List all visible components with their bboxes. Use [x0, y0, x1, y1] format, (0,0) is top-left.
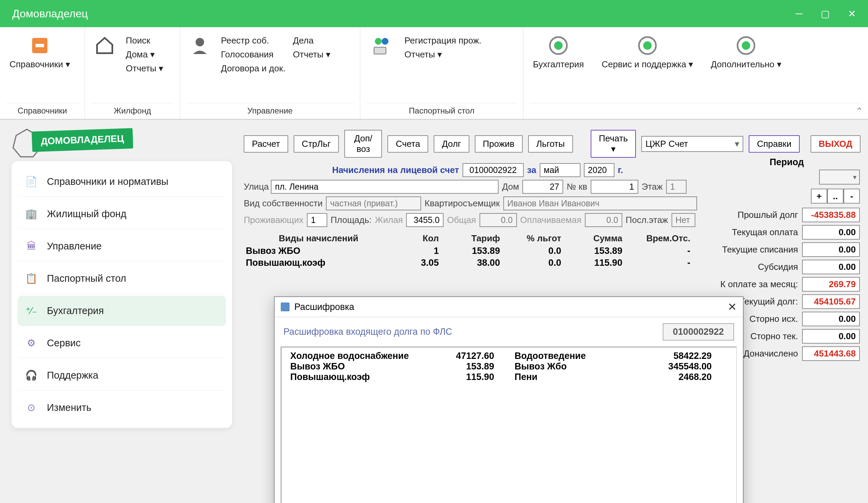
sidebar: 📄Справочники и нормативы🏢Жилищный фонд🏛У… — [12, 161, 232, 428]
close-icon[interactable]: ✕ — [848, 8, 856, 19]
summary-row: Текущие списания0.00 — [714, 242, 860, 257]
residents-field[interactable]: 1 — [307, 213, 327, 227]
toolbar-прожив-button[interactable]: Прожив — [475, 135, 523, 153]
sidebar-item-4[interactable]: ⁺⁄₋Бухгалтерия — [18, 296, 226, 326]
svg-rect-1 — [35, 44, 44, 47]
circle-icon — [736, 35, 756, 56]
ribbon: Справочники ▾ Справочники Поиск Дома ▾ О… — [0, 27, 868, 120]
modal-row: Холодное водоснабжение47127.60Водоотведе… — [290, 351, 727, 361]
ribbon-otchety-1[interactable]: Отчеты ▾ — [126, 63, 163, 74]
svg-point-9 — [643, 41, 651, 50]
sidebar-item-1[interactable]: 🏢Жилищный фонд — [18, 199, 226, 229]
app-title: Домовладелец — [12, 8, 88, 20]
book-icon — [30, 35, 50, 56]
ribbon-otchety-2[interactable]: Отчеты ▾ — [293, 49, 330, 60]
ribbon-otchety-3[interactable]: Отчеты ▾ — [404, 49, 482, 60]
last-floor-field: Нет — [672, 213, 695, 227]
ribbon-dogovora[interactable]: Договора и док. — [221, 63, 286, 74]
ribbon-reestr[interactable]: Реестр соб. — [221, 35, 286, 46]
sidebar-icon: 📄 — [25, 175, 38, 188]
house-field[interactable]: 27 — [523, 180, 563, 194]
toolbar-льготы-button[interactable]: Льготы — [528, 135, 573, 153]
period-select[interactable] — [819, 170, 860, 185]
modal-subtitle: Расшифровка входящего долга по ФЛС — [283, 327, 452, 337]
ribbon-collapse-icon[interactable]: ⌃ — [855, 106, 863, 117]
area-live-field[interactable]: 3455.0 — [406, 213, 444, 227]
modal-window: Расшифровка ✕ Расшифровка входящего долг… — [274, 296, 744, 503]
year-field[interactable]: 2020 — [584, 163, 614, 177]
toolbar: РасчетСтрЛьгДоп/возСчетаДолгПроживЛьготы… — [244, 130, 860, 158]
people-icon — [371, 35, 392, 56]
tenant-field: Иванов Иван Иванович — [503, 196, 697, 211]
street-field[interactable]: пл. Ленина — [271, 180, 498, 194]
sidebar-item-5[interactable]: ⚙Сервис — [18, 328, 226, 358]
sidebar-icon: 🏛 — [25, 240, 38, 252]
ribbon-servis[interactable]: Сервис и поддержка ▾ — [598, 31, 696, 103]
modal-close-icon[interactable]: ✕ — [727, 300, 737, 314]
maximize-icon[interactable]: ▢ — [821, 8, 830, 19]
ribbon-poisk[interactable]: Поиск — [126, 35, 163, 46]
logo-text: ДОМОВЛАДЕЛЕЦ — [32, 128, 133, 152]
sidebar-item-2[interactable]: 🏛Управление — [18, 231, 226, 261]
person-icon-big[interactable] — [186, 31, 214, 103]
spravki-button[interactable]: Справки — [749, 135, 800, 153]
toolbar-стрльг-button[interactable]: СтрЛьг — [293, 135, 339, 153]
house-icon-big[interactable] — [91, 31, 118, 103]
toolbar-доп/воз-button[interactable]: Доп/воз — [344, 130, 382, 158]
charges-title: Начисления на лицевой счет — [332, 165, 459, 175]
area-pay-field: 0.0 — [585, 213, 622, 227]
toolbar-расчет-button[interactable]: Расчет — [244, 135, 288, 153]
person-icon — [190, 35, 210, 56]
minimize-icon[interactable]: ─ — [796, 8, 803, 19]
ribbon-group-label: Управление — [186, 103, 354, 119]
period-minus-button[interactable]: - — [844, 189, 860, 204]
ribbon-registracia[interactable]: Регистрация прож. — [404, 35, 482, 46]
sidebar-item-0[interactable]: 📄Справочники и нормативы — [18, 166, 226, 197]
modal-row: Вывоз ЖБО153.89Вывоз Жбо345548.00 — [290, 361, 727, 372]
exit-button[interactable]: ВЫХОД — [810, 135, 860, 153]
sidebar-item-3[interactable]: 📋Паспортный стол — [18, 264, 226, 294]
svg-point-7 — [554, 41, 563, 50]
window-controls: ─ ▢ ✕ — [796, 8, 856, 19]
print-button[interactable]: Печать ▾ — [591, 130, 636, 158]
sidebar-icon: ⚙ — [25, 337, 38, 349]
ribbon-doma[interactable]: Дома ▾ — [126, 49, 163, 60]
svg-point-4 — [382, 38, 389, 45]
summary-row: К оплате за месяц:269.79 — [714, 277, 860, 291]
svg-point-2 — [196, 38, 204, 47]
month-field[interactable]: май — [540, 163, 580, 177]
period-plus-button[interactable]: + — [811, 189, 827, 204]
summary-row: Текущая оплата0.00 — [714, 225, 860, 239]
area-total-field: 0.0 — [479, 213, 517, 227]
ribbon-spravochniki[interactable]: Справочники ▾ — [6, 31, 73, 103]
svg-rect-5 — [374, 47, 386, 54]
circle-icon — [637, 35, 658, 56]
ribbon-golos[interactable]: Голосования — [221, 49, 286, 60]
floor-field: 1 — [666, 180, 686, 194]
ribbon-dopolnitelno[interactable]: Дополнительно ▾ — [707, 31, 784, 103]
circle-icon — [548, 35, 569, 56]
logo: ДОМОВЛАДЕЛЕЦ — [12, 130, 232, 150]
modal-titlebar[interactable]: Расшифровка ✕ — [275, 297, 743, 317]
people-icon-big[interactable] — [366, 31, 397, 103]
period-label: Период — [714, 157, 860, 167]
modal-body[interactable]: Холодное водоснабжение47127.60Водоотведе… — [281, 347, 737, 503]
period-dots-button[interactable]: .. — [827, 189, 844, 204]
account-field[interactable]: 0100002922 — [463, 163, 524, 177]
account-type-select[interactable]: ЦЖР Счет — [641, 136, 743, 152]
apt-field[interactable]: 1 — [591, 180, 638, 194]
sidebar-icon: ⊙ — [25, 401, 38, 414]
ribbon-dela[interactable]: Дела — [293, 35, 330, 46]
toolbar-счета-button[interactable]: Счета — [388, 135, 428, 153]
summary-row: Прошлый долг-453835.88 — [714, 208, 860, 222]
sidebar-item-7[interactable]: ⊙Изменить — [18, 392, 226, 422]
ribbon-group-label: Паспортный стол — [366, 103, 517, 119]
titlebar: Домовладелец ─ ▢ ✕ — [0, 0, 868, 27]
sidebar-item-6[interactable]: 🎧Поддержка — [18, 360, 226, 390]
modal-account: 0100002922 — [663, 323, 734, 340]
house-icon — [94, 35, 115, 56]
sidebar-icon: 🏢 — [25, 208, 38, 220]
modal-row: Повышающ.коэф115.90Пени2468.20 — [290, 372, 727, 382]
toolbar-долг-button[interactable]: Долг — [434, 135, 469, 153]
ribbon-buhgalteria[interactable]: Бухгалтерия — [529, 31, 587, 103]
